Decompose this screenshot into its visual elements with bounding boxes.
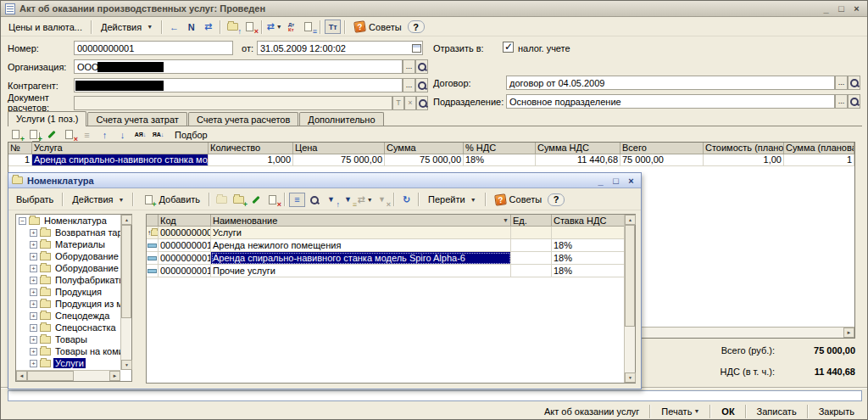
sort-ascending-icon[interactable]: АЯ↓ xyxy=(132,127,148,142)
input-on-basis-icon[interactable]: Тт xyxy=(325,20,341,34)
dialog-close-button[interactable]: × xyxy=(625,175,637,186)
counterparty-select-button[interactable]: ... xyxy=(403,78,415,92)
minimize-button[interactable]: _ xyxy=(820,3,832,14)
cell-unit[interactable] xyxy=(511,265,552,277)
cell-name-selected[interactable]: Аренда спирально-навивного станка модель… xyxy=(211,252,511,265)
move-down-icon[interactable]: ↓ xyxy=(114,127,131,142)
cell-vat[interactable]: 18% xyxy=(552,265,624,277)
tab-additional[interactable]: Дополнительно xyxy=(299,112,383,126)
pick-button[interactable]: Подбор xyxy=(168,128,214,142)
actions-button[interactable]: Действия▼ xyxy=(96,20,158,35)
dialog-actions-button[interactable]: Действия▼ xyxy=(67,192,129,207)
find-icon[interactable] xyxy=(306,193,322,207)
scroll-down-button[interactable]: ▼ xyxy=(625,372,636,383)
refresh-icon[interactable]: ↻ xyxy=(398,193,415,207)
prices-currency-button[interactable]: Цены и валюта... xyxy=(3,20,87,35)
list-row[interactable]: 00000000013 Прочие услуги 18% xyxy=(147,265,624,277)
ok-button[interactable]: ОК xyxy=(714,404,742,419)
tree-horizontal-scrollbar[interactable]: ◄ ► xyxy=(16,370,120,381)
expand-icon[interactable]: + xyxy=(30,241,37,249)
tree-vertical-scrollbar[interactable]: ▲ ▼ xyxy=(120,215,131,370)
close-button[interactable]: × xyxy=(850,3,863,14)
contract-open-button[interactable] xyxy=(848,76,860,90)
tab-settlement-accounts[interactable]: Счета учета расчетов xyxy=(188,112,298,126)
list-row[interactable]: 00000000016 Аренда нежилого помещения 18… xyxy=(147,239,624,252)
list-row-selected[interactable]: 00000000015 Аренда спирально-навивного с… xyxy=(147,252,624,265)
department-input[interactable]: Основное подразделение xyxy=(506,94,835,109)
contract-input[interactable]: договор от 04.05.2009 xyxy=(506,76,835,90)
cell-planned-cost[interactable]: 1,00 xyxy=(704,154,784,166)
scroll-thumb[interactable] xyxy=(27,371,74,381)
expand-icon[interactable]: + xyxy=(30,336,37,344)
scroll-left-button[interactable]: ◄ xyxy=(16,371,27,381)
advice-button[interactable]: ?Советы xyxy=(349,19,406,35)
calendar-button[interactable] xyxy=(410,42,422,54)
dialog-help-button[interactable]: ? xyxy=(548,193,565,206)
settlement-text-button[interactable]: T xyxy=(392,96,404,110)
new-folder-icon[interactable] xyxy=(214,193,230,207)
list-vertical-scrollbar[interactable]: ▲ ▼ xyxy=(624,215,635,383)
cell-name[interactable]: Услуги xyxy=(211,227,511,239)
cell-code[interactable]: 00000000015 xyxy=(159,252,211,265)
cell-vat[interactable]: 18% xyxy=(552,239,624,252)
delete-row-icon[interactable]: × xyxy=(61,127,77,142)
move-up-icon[interactable]: ↑ xyxy=(97,127,113,142)
history-dropdown-icon[interactable]: ⇄▼ xyxy=(357,193,373,207)
tree-item[interactable]: +Продукция из м xyxy=(16,298,120,310)
act-services-button[interactable]: Акт об оказании услуг xyxy=(537,404,647,419)
add-row-icon[interactable]: + xyxy=(8,127,24,142)
cell-unit[interactable] xyxy=(511,239,552,252)
cell-vat[interactable]: 18% xyxy=(552,252,624,265)
cell-vat[interactable] xyxy=(552,227,624,239)
counterparty-open-button[interactable] xyxy=(415,78,428,92)
save-button[interactable]: Записать xyxy=(749,404,804,419)
scroll-thumb[interactable] xyxy=(625,225,635,327)
cell-price[interactable]: 75 000,00 xyxy=(293,154,385,166)
scroll-up-button[interactable]: ▲ xyxy=(625,215,636,225)
cell-quantity[interactable]: 1,000 xyxy=(209,154,293,166)
sort-descending-icon[interactable]: ЯА↓ xyxy=(150,127,166,142)
tax-accounting-checkbox[interactable] xyxy=(503,42,514,53)
settlement-clear-button[interactable]: × xyxy=(404,96,416,110)
expand-icon[interactable]: + xyxy=(30,253,37,260)
edit-item-icon[interactable] xyxy=(248,193,264,207)
cell-code[interactable]: 00000000013 xyxy=(159,265,211,277)
expand-icon[interactable]: + xyxy=(30,277,37,284)
go-to-button[interactable]: Перейти▼ xyxy=(423,192,481,207)
organization-select-button[interactable]: ... xyxy=(403,59,415,74)
contract-select-button[interactable]: ... xyxy=(835,76,848,90)
tree-item-root[interactable]: −Номенклатура xyxy=(16,215,120,227)
scroll-thumb[interactable] xyxy=(121,225,131,318)
tree-item[interactable]: +Оборудование (о xyxy=(16,250,120,262)
expand-icon[interactable]: + xyxy=(30,265,37,272)
cell-unit[interactable] xyxy=(511,252,552,265)
dt-kt-postings-icon[interactable]: ДтКт xyxy=(283,20,299,34)
cell-line-number[interactable]: 1 xyxy=(8,154,32,166)
cell-service[interactable]: Аренда спирально-навивного станка моде..… xyxy=(32,154,209,166)
cell-sum[interactable]: 75 000,00 xyxy=(385,154,464,166)
copy-structure-icon[interactable]: ⇄ xyxy=(200,20,216,34)
help-button[interactable]: ? xyxy=(408,20,425,33)
select-button[interactable]: Выбрать xyxy=(11,192,58,207)
dialog-maximize-button[interactable]: □ xyxy=(609,175,622,186)
scroll-up-button[interactable]: ▲ xyxy=(121,215,132,225)
expand-icon[interactable]: + xyxy=(30,300,37,308)
filter-sort-icon[interactable]: ▼↑ xyxy=(323,193,339,207)
close-form-button[interactable]: Закрыть xyxy=(811,404,862,419)
clear-filter-icon[interactable]: ▼× xyxy=(374,193,390,207)
tab-services[interactable]: Услуги (1 поз.) xyxy=(8,111,86,126)
tree-item[interactable]: +Спецодежда xyxy=(16,310,120,322)
tree-item[interactable]: +Спецоснастка xyxy=(16,322,120,333)
cell-name[interactable]: Аренда нежилого помещения xyxy=(211,239,511,252)
settlement-open-button[interactable] xyxy=(416,96,428,110)
expand-icon[interactable]: + xyxy=(30,360,37,367)
cell-unit[interactable] xyxy=(511,227,552,239)
hierarchy-view-icon[interactable]: ≡ xyxy=(289,193,305,207)
unpost-document-icon[interactable]: × xyxy=(242,20,258,34)
list-row-group[interactable]: ↑ 00000000009 Услуги xyxy=(147,227,624,239)
tree-item[interactable]: +Возвратная тар xyxy=(16,227,120,238)
number-input[interactable]: 00000000001 xyxy=(74,41,233,55)
organization-open-button[interactable] xyxy=(415,59,428,74)
expand-icon[interactable]: + xyxy=(30,324,37,332)
expand-icon[interactable]: + xyxy=(30,288,37,296)
